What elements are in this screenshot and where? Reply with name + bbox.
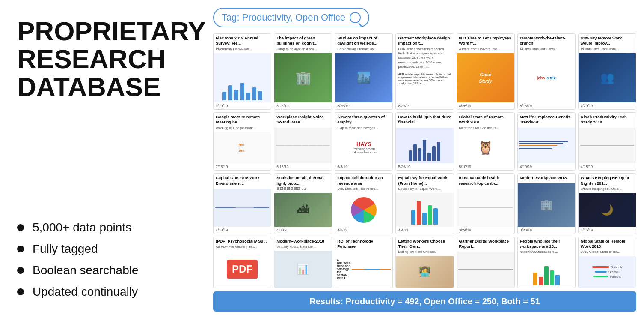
card-date: 7/15/19 [214,163,271,170]
card[interactable]: MetLife-Employee-Benefit-Trends-St... 4/… [517,112,576,171]
card[interactable]: Is It Time to Let Employees Work fr...A … [457,33,515,110]
card-thumbnail: HBR article says this research finds tha… [396,71,453,102]
card-date: 8/26/19 [274,102,332,109]
card-title: Studies on impact of daylight on well-be… [337,36,390,46]
card-thumbnail: 48% 39% [214,132,271,163]
card[interactable]: Gartner: Workplace design impact on t...… [395,33,454,110]
card[interactable]: The impact of green buildings on cognit.… [274,33,332,110]
card-text: 83% say remote work would improv...🗹 <br… [579,34,636,53]
card-text: Impact collaboration an revenue ameURL B… [335,174,392,193]
card-snippet: https://www.theladders.... [520,250,573,254]
card-title: Equal Pay for Equal Work (From Home)... [398,175,451,186]
card[interactable]: Global State of Remote Work 2018Meet the… [457,112,515,171]
card-title: Google stats re remote meeting be... [216,114,269,125]
card[interactable]: Letting Workers Choose Their Own...Letti… [395,237,454,288]
card-date: 3/20/19 [518,227,575,234]
card[interactable]: remote-work-the-talent-crunch🗹 <br> <br>… [517,33,576,110]
card-thumbnail: Series A Series B Series C [579,256,636,288]
card-title: Global State of Remote Work 2018 [581,239,634,249]
left-panel: PROPRIETARY RESEARCH DATABASE 5,000+ dat… [0,0,205,315]
card[interactable]: Modern–Workplace-2018Virtually Yours, Ka… [274,237,332,288]
card[interactable]: Global State of Remote Work 20182018 Glo… [578,237,636,288]
card[interactable]: most valuable health research topics ibi… [457,173,515,234]
right-panel: Tag: Productivity, Open Office FlexJobs … [205,0,644,315]
card-title: Workplace Insight Noise Sound Rese... [276,114,329,125]
card-thumbnail: 🏢 [274,53,332,102]
card[interactable]: Studies on impact of daylight on well-be… [335,33,393,110]
card-thumbnail [518,256,575,288]
card[interactable]: What's Keeping HR Up at Night in 201...W… [578,173,636,234]
card-text: Google stats re remote meeting be...Work… [214,113,271,132]
card-snippet: 🗹(current) Find A Job... [216,47,269,51]
bullet-text: Fully tagged [33,242,98,256]
card-title: MetLife-Employee-Benefit-Trends-St... [520,114,573,125]
card[interactable]: Ricoh Productivity Tech Study 2018 4/18/… [578,112,636,171]
main-title: PROPRIETARY RESEARCH DATABASE [17,17,188,101]
card-title: Ricoh Productivity Tech Study 2018 [581,114,634,125]
card-thumbnail: A Business Need and Strategyfor Sector-R… [335,252,392,288]
card[interactable]: ROI of Technology Purchase A Business Ne… [335,237,393,288]
card-text: Letting Workers Choose Their Own...Letti… [396,237,453,256]
card[interactable]: Equal Pay for Equal Work (From Home)...E… [395,173,454,234]
card-text: remote-work-the-talent-crunch🗹 <br> <br>… [518,34,575,53]
card-thumbnail: jobscitrix [518,53,575,102]
card[interactable]: Statistics on air, thermal, light, biop.… [274,173,332,234]
card[interactable]: How to build kpis that drive financial..… [395,112,454,171]
card-date: 4/19/19 [518,163,575,170]
card-thumbnail: 🏙 [274,193,332,226]
card-thumbnail [457,252,514,288]
card-thumbnail [518,128,575,164]
card-text: Workplace Insight Noise Sound Rese... [274,113,332,128]
card-text: People who like their workspace are 18..… [518,237,575,256]
card-text: Global State of Remote Work 20182018 Glo… [579,237,636,256]
card-title: The impact of green buildings on cognit.… [276,36,329,46]
card-title: What's Keeping HR Up at Night in 201... [581,175,634,186]
card-text: Capital One 2018 Work Environment... [214,174,271,189]
card[interactable]: Almost three-quarters of employ...Skip t… [335,112,393,171]
card-snippet: HBR article says this research finds tha… [398,47,451,69]
bullet-dot [17,288,24,295]
card-snippet: 🗹 <br> <br> <br> <br>... [520,47,573,51]
card-thumbnail: HAYS Recruiting expertsin Human Resource… [335,132,392,163]
card-title: (PDF) Psychosocially Su... [216,239,269,244]
card-title: People who like their workspace are 18..… [520,239,573,249]
card-date: 6/3/19 [335,163,392,170]
card-thumbnail [274,128,332,164]
card-text: Modern-Workplace-2018 [518,174,575,183]
card-thumbnail: 👩‍💻 [396,256,453,288]
search-icon [350,12,361,23]
card-thumbnail: 📊 [274,251,332,288]
card[interactable]: Capital One 2018 Work Environment... 4/1… [213,173,271,234]
card-snippet: URL Blocked: This redire... [337,187,390,191]
search-bar[interactable]: Tag: Productivity, Open Office [213,8,369,27]
card[interactable]: Modern-Workplace-2018🏢3/20/19 [517,173,576,234]
card-thumbnail [214,53,271,102]
card[interactable]: Gartner Digital Workplace Report... [457,237,515,288]
card[interactable]: Google stats re remote meeting be...Work… [213,112,271,171]
card-thumbnail: 🏢 [518,183,575,227]
card[interactable]: 83% say remote work would improv...🗹 <br… [578,33,636,110]
card-title: Gartner Digital Workplace Report... [459,239,512,249]
card-snippet: 2018 Global State of Re... [581,250,634,254]
card-grid: FlexJobs 2019 Annual Survey: Fle...🗹(cur… [213,33,636,288]
card-thumbnail: 🦉 [457,132,514,163]
bullet-list: 5,000+ data pointsFully taggedBoolean se… [17,221,188,306]
card[interactable]: FlexJobs 2019 Annual Survey: Fle...🗹(cur… [213,33,271,110]
card[interactable]: Impact collaboration an revenue ameURL B… [335,173,393,234]
card-date: 4/8/19 [274,227,332,234]
card-date: 6/13/19 [274,163,332,170]
card-date: 3/16/19 [579,227,636,234]
bullet-text: 5,000+ data points [33,221,131,234]
card-text: Gartner Digital Workplace Report... [457,237,514,252]
card-date: 8/26/19 [457,102,514,109]
card-text: Ricoh Productivity Tech Study 2018 [579,113,636,128]
card[interactable]: (PDF) Psychosocially Su...Ad PDF File Vi… [213,237,271,288]
card-thumbnail [579,128,636,164]
card-text: Gartner: Workplace design impact on t...… [396,34,453,71]
card-date: 3/24/19 [457,227,514,234]
card[interactable]: People who like their workspace are 18..… [517,237,576,288]
card[interactable]: Workplace Insight Noise Sound Rese... 6/… [274,112,332,171]
card-text: most valuable health research topics ibi… [457,174,514,189]
card-text: MetLife-Employee-Benefit-Trends-St... [518,113,575,128]
card-date: 7/29/19 [579,102,636,109]
